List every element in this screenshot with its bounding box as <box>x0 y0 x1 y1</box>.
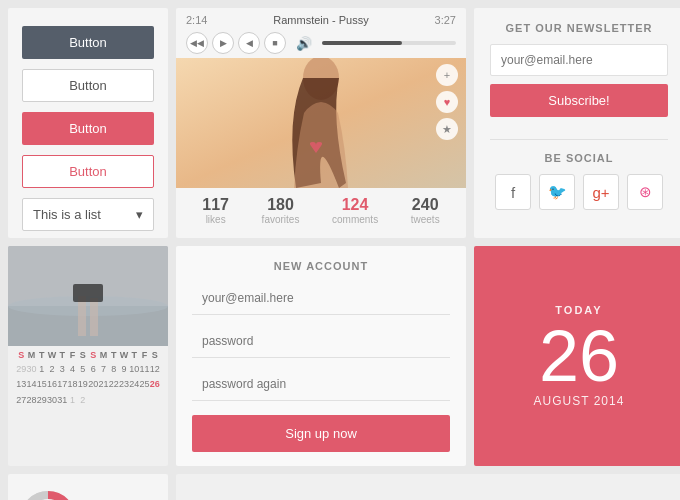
outline-button[interactable]: Button <box>22 69 154 102</box>
cal-29[interactable]: 29 <box>16 362 26 377</box>
cal-h-t3: T <box>109 350 119 360</box>
cal-6[interactable]: 6 <box>88 362 98 377</box>
cal-h-m2: M <box>98 350 108 360</box>
cal-19[interactable]: 19 <box>78 377 88 392</box>
panel-music: 2:14 Rammstein - Pussy 3:27 ◀◀ ▶ ◀ ■ 🔊 <box>176 8 466 238</box>
cal-3[interactable]: 3 <box>57 362 67 377</box>
cal-4[interactable]: 4 <box>67 362 77 377</box>
music-time-total: 3:27 <box>435 14 456 26</box>
googleplus-icon-button[interactable]: g+ <box>583 174 619 210</box>
music-top-bar: 2:14 Rammstein - Pussy 3:27 <box>176 8 466 32</box>
social-icons: f 🐦 g+ ⊛ <box>490 174 668 210</box>
favorites-label: favorites <box>262 214 300 225</box>
red-button[interactable]: Button <box>22 112 154 145</box>
tweets-count: 240 <box>411 196 440 214</box>
account-password2-input[interactable] <box>192 368 450 401</box>
svg-rect-7 <box>73 284 103 302</box>
cal-17[interactable]: 17 <box>57 377 67 392</box>
account-title: NEW ACCOUNT <box>192 260 450 272</box>
account-password-input[interactable] <box>192 325 450 358</box>
cal-h-s2: S <box>78 350 88 360</box>
twitter-icon-button[interactable]: 🐦 <box>539 174 575 210</box>
panel-account: NEW ACCOUNT Sign up now <box>176 246 466 466</box>
add-button[interactable]: + <box>436 64 458 86</box>
panel-search: 🔍 Search! <box>176 474 680 500</box>
comments-label: comments <box>332 214 378 225</box>
cal-h-s4: S <box>150 350 160 360</box>
play-prev-button[interactable]: ◀◀ <box>186 32 208 54</box>
cal-16[interactable]: 16 <box>47 377 57 392</box>
calendar-grid: S M T W T F S S M T W T F S 29 30 1 2 3 <box>8 346 168 414</box>
cal-10[interactable]: 10 <box>129 362 139 377</box>
chevron-down-icon: ▾ <box>136 207 143 222</box>
list-select[interactable]: This is a list ▾ <box>22 198 154 231</box>
signup-button[interactable]: Sign up now <box>192 415 450 452</box>
music-image-bg <box>176 58 466 188</box>
cal-27[interactable]: 27 <box>16 393 26 408</box>
be-social-title: BE SOCIAL <box>490 152 668 164</box>
newsletter-title: GET OUR NEWSLETTER <box>490 22 668 34</box>
outline-red-button[interactable]: Button <box>22 155 154 188</box>
facebook-icon-button[interactable]: f <box>495 174 531 210</box>
dribbble-icon-button[interactable]: ⊛ <box>627 174 663 210</box>
stat-favorites: 180 favorites <box>262 196 300 225</box>
play-button[interactable]: ▶ <box>212 32 234 54</box>
cal-2b[interactable]: 2 <box>78 393 88 408</box>
cal-12[interactable]: 12 <box>150 362 160 377</box>
heart-button[interactable]: ♥ <box>436 91 458 113</box>
cal-28[interactable]: 28 <box>26 393 36 408</box>
cal-30b[interactable]: 30 <box>47 393 57 408</box>
cal-9[interactable]: 9 <box>119 362 129 377</box>
calendar-image <box>8 246 168 346</box>
cal-13[interactable]: 13 <box>16 377 26 392</box>
cal-22[interactable]: 22 <box>109 377 119 392</box>
panel-chart: 40 Pizza 42% Hamburgers 8% Burgers ... <box>8 474 168 500</box>
cal-1b[interactable]: 1 <box>67 393 77 408</box>
tweets-label: tweets <box>411 214 440 225</box>
cal-25[interactable]: 25 <box>139 377 149 392</box>
cal-11[interactable]: 11 <box>139 362 149 377</box>
cal-23[interactable]: 23 <box>119 377 129 392</box>
cal-14[interactable]: 14 <box>26 377 36 392</box>
favorites-count: 180 <box>262 196 300 214</box>
cal-5[interactable]: 5 <box>78 362 88 377</box>
svg-rect-6 <box>90 298 98 336</box>
play-back-button[interactable]: ◀ <box>238 32 260 54</box>
calendar-row-3: 27 28 29 30 31 1 2 <box>16 393 160 408</box>
cal-21[interactable]: 21 <box>98 377 108 392</box>
cal-26-highlight[interactable]: 26 <box>150 377 160 392</box>
cal-24[interactable]: 24 <box>129 377 139 392</box>
subscribe-button[interactable]: Subscribe! <box>490 84 668 117</box>
cal-18[interactable]: 18 <box>67 377 77 392</box>
progress-bar[interactable] <box>322 41 456 45</box>
cal-h-f1: F <box>67 350 77 360</box>
music-time-current: 2:14 <box>186 14 207 26</box>
cal-8[interactable]: 8 <box>109 362 119 377</box>
newsletter-email-input[interactable] <box>490 44 668 76</box>
stat-comments: 124 comments <box>332 196 378 225</box>
cal-31[interactable]: 31 <box>57 393 67 408</box>
divider <box>490 139 668 140</box>
cal-2[interactable]: 2 <box>47 362 57 377</box>
music-controls: ◀◀ ▶ ◀ ■ 🔊 <box>176 32 466 58</box>
calendar-row-1: 29 30 1 2 3 4 5 6 7 8 9 10 11 12 <box>16 362 160 377</box>
account-email-input[interactable] <box>192 282 450 315</box>
cal-29b[interactable]: 29 <box>37 393 47 408</box>
volume-icon: 🔊 <box>296 36 312 51</box>
cal-h-s3: S <box>88 350 98 360</box>
comments-count: 124 <box>332 196 378 214</box>
cal-7[interactable]: 7 <box>98 362 108 377</box>
stop-button[interactable]: ■ <box>264 32 286 54</box>
star-button[interactable]: ★ <box>436 118 458 140</box>
cal-20[interactable]: 20 <box>88 377 98 392</box>
cal-15[interactable]: 15 <box>37 377 47 392</box>
panel-buttons: Button Button Button Button This is a li… <box>8 8 168 238</box>
cal-h-f2: F <box>139 350 149 360</box>
today-month: AUGUST 2014 <box>534 394 625 408</box>
cal-30[interactable]: 30 <box>26 362 36 377</box>
dark-button[interactable]: Button <box>22 26 154 59</box>
main-grid: Button Button Button Button This is a li… <box>0 0 680 500</box>
cal-1[interactable]: 1 <box>37 362 47 377</box>
cal-h-w1: W <box>47 350 57 360</box>
calendar-header: S M T W T F S S M T W T F S <box>16 350 160 360</box>
